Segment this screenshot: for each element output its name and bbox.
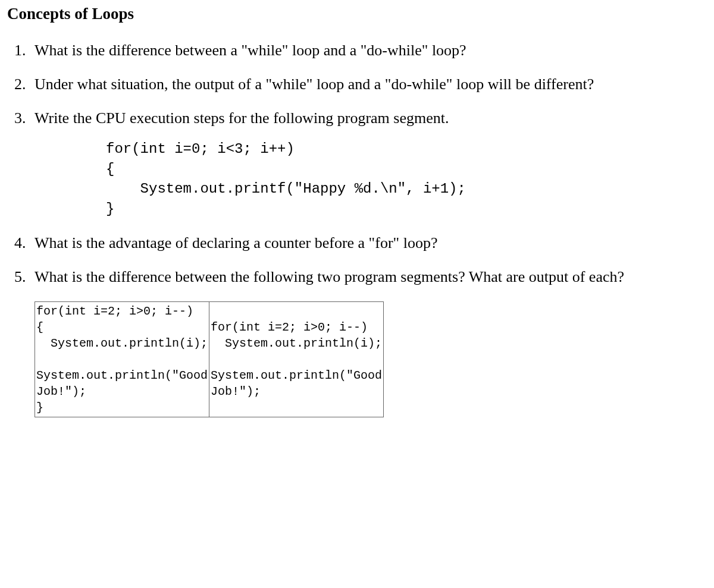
question-2: Under what situation, the output of a "w… [30,74,709,95]
question-5-code-left: for(int i=2; i>0; i--) { System.out.prin… [35,302,209,417]
question-3-text: Write the CPU execution steps for the fo… [35,109,449,127]
question-1-text: What is the difference between a "while"… [35,42,466,59]
code-cell-right: for(int i=2; i>0; i--) System.out.printl… [209,301,384,417]
question-4: What is the advantage of declaring a cou… [30,232,709,253]
question-3-code: for(int i=0; i<3; i++) { System.out.prin… [106,139,709,219]
document-title: Concepts of Loops [7,5,709,23]
question-list: What is the difference between a "while"… [5,40,709,417]
question-5-text: What is the difference between the follo… [35,268,624,285]
question-2-text: Under what situation, the output of a "w… [35,76,594,93]
question-4-text: What is the advantage of declaring a cou… [35,234,437,251]
question-5: What is the difference between the follo… [30,266,709,417]
question-1: What is the difference between a "while"… [30,40,709,61]
question-5-code-right: for(int i=2; i>0; i--) System.out.printl… [209,318,383,401]
question-3: Write the CPU execution steps for the fo… [30,108,709,219]
code-cell-left: for(int i=2; i>0; i--) { System.out.prin… [35,301,209,417]
code-comparison-table: for(int i=2; i>0; i--) { System.out.prin… [35,301,384,417]
